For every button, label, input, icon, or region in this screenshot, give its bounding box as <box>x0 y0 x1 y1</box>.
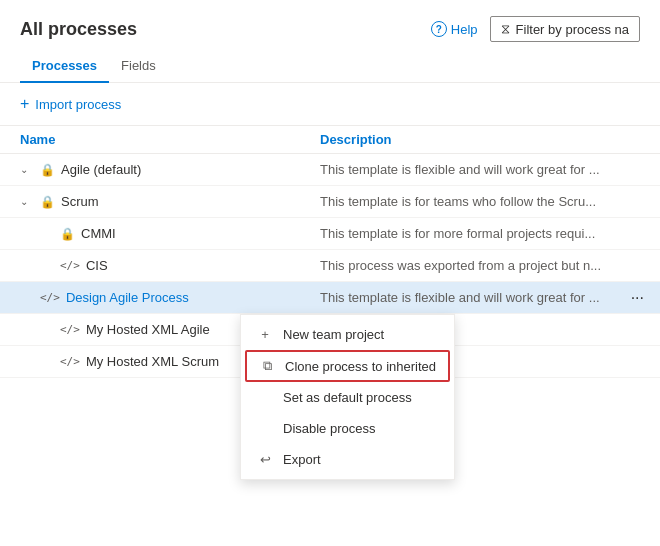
menu-item-new-team-project[interactable]: + New team project <box>241 319 454 350</box>
lock-icon: 🔒 <box>60 227 75 241</box>
page-header: All processes ? Help ⧖ Filter by process… <box>0 0 660 50</box>
menu-item-label: Export <box>283 452 321 467</box>
table-row-selected: </> Design Agile Process This template i… <box>0 282 660 314</box>
menu-item-export[interactable]: ↩ Export <box>241 444 454 475</box>
header-actions: ? Help ⧖ Filter by process na <box>431 16 640 42</box>
process-name: Scrum <box>61 194 99 209</box>
menu-item-label: Set as default process <box>283 390 412 405</box>
chevron-icon[interactable]: ⌄ <box>20 164 34 175</box>
process-name: My Hosted XML Scrum <box>86 354 219 369</box>
context-menu: + New team project ⧉ Clone process to in… <box>240 314 455 480</box>
export-icon: ↩ <box>257 452 273 467</box>
help-icon: ? <box>431 21 447 37</box>
table-header: Name Description <box>0 126 660 154</box>
table-row: ⌄ 🔒 Agile (default) This template is fle… <box>0 154 660 186</box>
code-icon: </> <box>60 355 80 368</box>
menu-item-label: Disable process <box>283 421 376 436</box>
process-description: This template is for more formal project… <box>320 226 640 241</box>
table-row: ⌄ 🔒 Scrum This template is for teams who… <box>0 186 660 218</box>
plus-icon: + <box>257 327 273 342</box>
copy-icon: ⧉ <box>259 358 275 374</box>
process-name: My Hosted XML Agile <box>86 322 210 337</box>
process-description: This template is flexible and will work … <box>320 162 640 177</box>
code-icon: </> <box>60 323 80 336</box>
page-title: All processes <box>20 19 137 40</box>
filter-icon: ⧖ <box>501 21 510 37</box>
process-name-link[interactable]: Design Agile Process <box>66 290 189 305</box>
chevron-icon[interactable]: ⌄ <box>20 196 34 207</box>
tab-fields[interactable]: Fields <box>109 50 168 83</box>
table-body: ⌄ 🔒 Agile (default) This template is fle… <box>0 154 660 378</box>
menu-item-label: New team project <box>283 327 384 342</box>
table-row: 🔒 CMMI This template is for more formal … <box>0 218 660 250</box>
col-header-description[interactable]: Description <box>320 132 640 147</box>
lock-icon: 🔒 <box>40 195 55 209</box>
process-description: This template is for teams who follow th… <box>320 194 640 209</box>
menu-item-set-default[interactable]: Set as default process <box>241 382 454 413</box>
code-icon: </> <box>40 291 60 304</box>
filter-button[interactable]: ⧖ Filter by process na <box>490 16 640 42</box>
process-name: Agile (default) <box>61 162 141 177</box>
plus-icon: + <box>20 95 29 113</box>
toolbar: + Import process <box>0 83 660 126</box>
code-icon: </> <box>60 259 80 272</box>
process-description: This process was exported from a project… <box>320 258 640 273</box>
more-options-button[interactable]: ··· <box>625 287 650 309</box>
menu-item-clone-process[interactable]: ⧉ Clone process to inherited <box>245 350 450 382</box>
tab-processes[interactable]: Processes <box>20 50 109 83</box>
process-description: This template is flexible and will work … <box>320 290 640 305</box>
table-row: </> CIS This process was exported from a… <box>0 250 660 282</box>
col-header-name[interactable]: Name <box>20 132 320 147</box>
process-name: CIS <box>86 258 108 273</box>
menu-item-disable[interactable]: Disable process <box>241 413 454 444</box>
process-name: CMMI <box>81 226 116 241</box>
help-link[interactable]: ? Help <box>431 21 478 37</box>
lock-icon: 🔒 <box>40 163 55 177</box>
tab-bar: Processes Fields <box>0 50 660 83</box>
import-process-button[interactable]: + Import process <box>20 91 121 117</box>
menu-item-label: Clone process to inherited <box>285 359 436 374</box>
